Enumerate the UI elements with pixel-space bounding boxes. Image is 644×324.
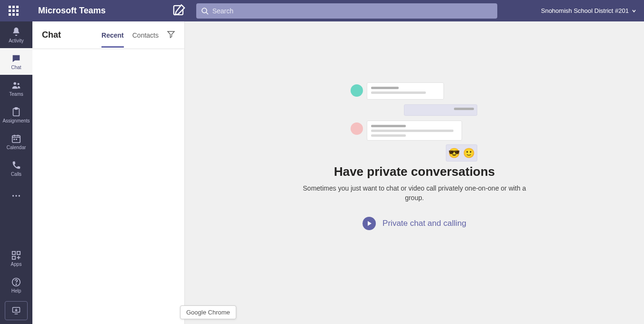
svg-point-3 — [17, 83, 19, 85]
svg-point-1 — [202, 8, 207, 13]
illustration-avatar-icon — [351, 122, 363, 135]
svg-rect-14 — [12, 256, 15, 259]
illustration-bubble-icon — [367, 82, 444, 100]
new-chat-button[interactable] — [171, 3, 187, 19]
search-box[interactable] — [196, 3, 497, 19]
empty-state-title: Have private conversations — [334, 164, 495, 179]
filter-button[interactable] — [167, 30, 175, 40]
rail-label: Activity — [9, 38, 24, 43]
private-chat-cta[interactable]: Private chat and calling — [362, 217, 466, 230]
app-launcher-button[interactable] — [4, 0, 23, 21]
calendar-icon — [11, 133, 21, 144]
rail-item-activity[interactable]: Activity — [0, 21, 32, 48]
download-icon — [11, 306, 21, 315]
taskbar-tooltip: Google Chrome — [180, 305, 236, 319]
assignments-icon — [11, 107, 21, 117]
download-app-button[interactable] — [5, 301, 28, 320]
tab-contacts[interactable]: Contacts — [132, 23, 159, 48]
rail-item-calendar[interactable]: Calendar — [0, 128, 32, 155]
svg-rect-13 — [17, 251, 20, 254]
empty-state-illustration: 😎 🙂 — [355, 82, 473, 164]
rail-item-calls[interactable]: Calls — [0, 155, 32, 182]
chat-icon — [11, 53, 21, 64]
rail-item-apps[interactable]: Apps — [0, 245, 32, 272]
chat-list-title: Chat — [42, 30, 61, 40]
chat-list-header: Chat Recent Contacts — [32, 21, 184, 49]
empty-state-subtitle: Sometimes you just want to chat or video… — [300, 184, 529, 202]
svg-rect-5 — [15, 107, 18, 109]
svg-point-16 — [16, 284, 16, 284]
waffle-icon — [9, 6, 19, 16]
rail-item-teams[interactable]: Teams — [0, 75, 32, 101]
ellipsis-icon — [11, 191, 21, 201]
rail-label: Apps — [11, 262, 22, 267]
svg-rect-12 — [12, 251, 15, 254]
svg-point-2 — [14, 82, 17, 85]
tab-recent[interactable]: Recent — [101, 23, 124, 48]
svg-rect-7 — [14, 139, 15, 140]
people-icon — [11, 80, 21, 91]
play-icon — [362, 217, 376, 230]
help-icon — [11, 277, 21, 287]
svg-point-10 — [15, 195, 17, 196]
phone-icon — [11, 160, 21, 171]
main-content: 😎 🙂 Have private conversations Sometimes… — [185, 21, 644, 324]
rail-label: Chat — [11, 65, 21, 70]
rail-label: Teams — [9, 91, 23, 97]
illustration-bubble-icon — [367, 121, 462, 141]
brand-title: Microsoft Teams — [38, 6, 106, 16]
rail-label: Help — [11, 288, 21, 294]
rail-item-more[interactable] — [0, 182, 32, 209]
cta-label: Private chat and calling — [382, 219, 466, 228]
top-bar: Microsoft Teams Snohomish School Distric… — [0, 0, 644, 21]
illustration-bubble-icon — [404, 104, 477, 116]
rail-label: Calendar — [7, 145, 26, 150]
tenant-switcher[interactable]: Snohomish School District #201 — [541, 7, 638, 14]
chat-list-pane: Chat Recent Contacts — [32, 21, 185, 324]
rail-item-assignments[interactable]: Assignments — [0, 101, 32, 128]
apps-icon — [11, 250, 21, 261]
tenant-name: Snohomish School District #201 — [541, 7, 629, 14]
illustration-avatar-icon — [351, 84, 363, 97]
chevron-down-icon — [632, 9, 636, 13]
search-input[interactable] — [212, 7, 493, 15]
rail-item-help[interactable]: Help — [0, 272, 32, 298]
compose-icon — [171, 3, 187, 19]
illustration-emoji-bubble-icon: 😎 🙂 — [446, 144, 477, 162]
rail-label: Assignments — [2, 118, 30, 123]
app-rail: Activity Chat Teams Assignments Calendar… — [0, 21, 32, 324]
search-icon — [201, 7, 209, 15]
svg-point-11 — [19, 195, 20, 196]
svg-rect-8 — [16, 139, 17, 140]
filter-icon — [167, 30, 175, 38]
rail-label: Calls — [11, 172, 21, 177]
rail-item-chat[interactable]: Chat — [0, 48, 32, 75]
svg-point-9 — [12, 195, 14, 196]
bell-icon — [11, 27, 21, 37]
